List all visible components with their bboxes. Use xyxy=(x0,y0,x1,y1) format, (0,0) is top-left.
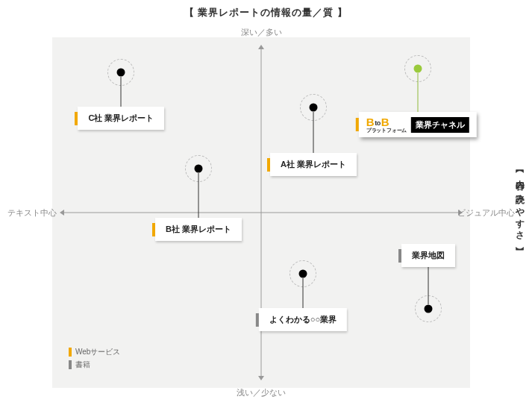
card-label: 業界地図 xyxy=(412,251,445,260)
card-map: 業界地図 xyxy=(401,244,455,267)
btob-logo-text: BtoB xyxy=(366,116,407,128)
quadrant-plot: 深い／多い 浅い／少ない テキスト中心 ビジュアル中心 C社 業界レポート Bt… xyxy=(52,37,470,388)
tag-book-icon xyxy=(398,249,401,263)
card-label: よくわかる○○業界 xyxy=(269,315,337,324)
tag-web-icon xyxy=(152,223,155,236)
card-label: C社 業界レポート xyxy=(88,113,154,122)
card-btob: BtoB プラットフォーム 業界チャネル xyxy=(359,112,477,137)
card-a: A社 業界レポート xyxy=(270,153,357,176)
tag-web-icon xyxy=(75,112,78,125)
legend-item-web: Webサービス xyxy=(69,347,120,357)
card-b: B社 業界レポート xyxy=(155,218,242,241)
dot-icon xyxy=(425,305,433,313)
leader-line xyxy=(418,73,419,112)
axis-label-bottom: 浅い／少ない xyxy=(237,387,286,398)
dot-icon xyxy=(117,69,125,77)
card-label: A社 業界レポート xyxy=(281,160,346,169)
chart-title: 【 業界レポートの情報の量／質 】 xyxy=(0,6,532,19)
axis-label-top: 深い／多い xyxy=(241,27,282,38)
card-easy: よくわかる○○業界 xyxy=(259,308,347,331)
leader-line xyxy=(121,77,122,107)
leader-line xyxy=(198,173,199,218)
dot-icon xyxy=(414,65,422,73)
btob-logo-sub: プラットフォーム xyxy=(366,128,407,133)
legend-label: Webサービス xyxy=(75,347,120,357)
tag-web-icon xyxy=(356,118,359,131)
arrow-up-icon xyxy=(258,45,264,49)
legend-swatch-icon xyxy=(69,360,72,369)
leader-line xyxy=(313,112,314,153)
leader-line xyxy=(303,278,304,308)
chart-side-title: 【 内容の読みやすさ 】 xyxy=(513,166,526,242)
legend: Webサービス 書籍 xyxy=(69,345,120,370)
legend-swatch-icon xyxy=(69,348,72,357)
leader-line xyxy=(428,267,429,304)
arrow-left-icon xyxy=(60,210,64,216)
tag-book-icon xyxy=(256,313,259,327)
dot-icon xyxy=(310,104,318,112)
card-label: B社 業界レポート xyxy=(166,225,231,233)
tag-web-icon xyxy=(267,158,270,172)
arrow-down-icon xyxy=(258,376,264,380)
btob-pill: 業界チャネル xyxy=(411,117,469,133)
dot-icon xyxy=(299,270,307,278)
legend-item-book: 書籍 xyxy=(69,360,120,370)
btob-logo: BtoB プラットフォーム xyxy=(366,116,407,133)
legend-label: 書籍 xyxy=(75,360,90,370)
dot-icon xyxy=(195,165,203,173)
axis-horizontal xyxy=(63,213,460,213)
card-c: C社 業界レポート xyxy=(78,107,164,130)
axis-label-right: ビジュアル中心 xyxy=(457,207,515,219)
axis-label-left: テキスト中心 xyxy=(7,207,57,219)
